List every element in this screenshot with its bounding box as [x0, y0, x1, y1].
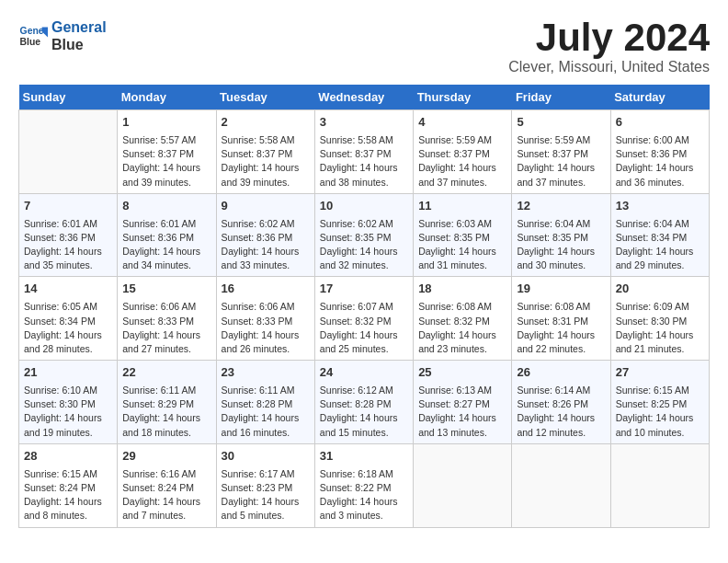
sunset-text: Sunset: 8:31 PM: [517, 316, 588, 327]
day-number: 25: [418, 364, 506, 382]
calendar-cell: 5 Sunrise: 5:59 AM Sunset: 8:37 PM Dayli…: [512, 110, 610, 194]
day-number: 23: [222, 364, 310, 382]
sunrise-text: Sunrise: 6:06 AM: [122, 301, 196, 312]
daylight-text: Daylight: 14 hours and 32 minutes.: [320, 246, 398, 270]
weekday-header: Sunday: [19, 85, 118, 110]
day-number: 20: [616, 281, 704, 298]
sunrise-text: Sunrise: 6:12 AM: [320, 385, 393, 396]
weekday-header: Thursday: [414, 85, 512, 110]
sunset-text: Sunset: 8:32 PM: [418, 316, 490, 327]
weekday-header: Wednesday: [314, 85, 413, 110]
calendar-cell: [19, 110, 118, 194]
calendar-cell: 21 Sunrise: 6:10 AM Sunset: 8:30 PM Dayl…: [19, 361, 118, 444]
day-number: 11: [418, 198, 506, 215]
day-number: 9: [222, 198, 310, 215]
day-number: 30: [222, 448, 310, 465]
sunrise-text: Sunrise: 6:00 AM: [616, 134, 689, 145]
calendar-cell: 25 Sunrise: 6:13 AM Sunset: 8:27 PM Dayl…: [414, 361, 512, 444]
calendar-cell: 19 Sunrise: 6:08 AM Sunset: 8:31 PM Dayl…: [512, 277, 610, 361]
calendar-cell: 26 Sunrise: 6:14 AM Sunset: 8:26 PM Dayl…: [512, 361, 610, 444]
sunset-text: Sunset: 8:26 PM: [517, 398, 588, 409]
day-number: 5: [517, 114, 605, 132]
sunset-text: Sunset: 8:37 PM: [122, 148, 194, 159]
sunset-text: Sunset: 8:35 PM: [320, 232, 392, 243]
sunrise-text: Sunrise: 5:58 AM: [320, 134, 393, 145]
sunset-text: Sunset: 8:29 PM: [122, 398, 194, 409]
sunset-text: Sunset: 8:36 PM: [222, 232, 293, 243]
svg-text:Blue: Blue: [20, 37, 41, 47]
daylight-text: Daylight: 14 hours and 3 minutes.: [320, 496, 398, 521]
logo-text-blue: Blue: [51, 36, 107, 53]
sunset-text: Sunset: 8:24 PM: [122, 482, 194, 493]
calendar-cell: 23 Sunrise: 6:11 AM Sunset: 8:28 PM Dayl…: [216, 361, 314, 444]
day-number: 21: [24, 364, 112, 382]
calendar-cell: 27 Sunrise: 6:15 AM Sunset: 8:25 PM Dayl…: [610, 361, 709, 444]
logo-text-general: General: [51, 18, 107, 36]
daylight-text: Daylight: 14 hours and 35 minutes.: [24, 246, 102, 270]
daylight-text: Daylight: 14 hours and 19 minutes.: [24, 412, 102, 437]
daylight-text: Daylight: 14 hours and 33 minutes.: [222, 246, 300, 270]
day-number: 13: [616, 198, 704, 215]
daylight-text: Daylight: 14 hours and 10 minutes.: [616, 412, 694, 437]
daylight-text: Daylight: 14 hours and 39 minutes.: [222, 162, 300, 187]
daylight-text: Daylight: 14 hours and 27 minutes.: [122, 329, 200, 354]
weekday-header: Friday: [512, 85, 610, 110]
sunrise-text: Sunrise: 6:01 AM: [24, 218, 97, 229]
calendar-cell: 24 Sunrise: 6:12 AM Sunset: 8:28 PM Dayl…: [314, 361, 413, 444]
sunrise-text: Sunrise: 6:15 AM: [616, 385, 689, 396]
daylight-text: Daylight: 14 hours and 36 minutes.: [616, 162, 694, 187]
sunset-text: Sunset: 8:34 PM: [24, 316, 96, 327]
day-number: 12: [517, 198, 605, 215]
sunrise-text: Sunrise: 6:09 AM: [616, 301, 689, 312]
daylight-text: Daylight: 14 hours and 37 minutes.: [418, 162, 496, 187]
sunset-text: Sunset: 8:34 PM: [616, 232, 688, 243]
calendar-cell: 11 Sunrise: 6:03 AM Sunset: 8:35 PM Dayl…: [414, 193, 512, 277]
calendar-cell: 16 Sunrise: 6:06 AM Sunset: 8:33 PM Dayl…: [216, 277, 314, 361]
sunset-text: Sunset: 8:23 PM: [222, 482, 293, 493]
day-number: 24: [320, 364, 408, 382]
calendar-cell: 12 Sunrise: 6:04 AM Sunset: 8:35 PM Dayl…: [512, 193, 610, 277]
page-header: General Blue General Blue July 2024 Clev…: [18, 18, 710, 75]
daylight-text: Daylight: 14 hours and 31 minutes.: [418, 246, 496, 270]
calendar-cell: 8 Sunrise: 6:01 AM Sunset: 8:36 PM Dayli…: [118, 193, 216, 277]
sunset-text: Sunset: 8:35 PM: [517, 232, 588, 243]
sunrise-text: Sunrise: 6:11 AM: [222, 385, 295, 396]
calendar-cell: 20 Sunrise: 6:09 AM Sunset: 8:30 PM Dayl…: [610, 277, 709, 361]
sunset-text: Sunset: 8:37 PM: [517, 148, 588, 159]
calendar-cell: 17 Sunrise: 6:07 AM Sunset: 8:32 PM Dayl…: [314, 277, 413, 361]
calendar-cell: 6 Sunrise: 6:00 AM Sunset: 8:36 PM Dayli…: [610, 110, 709, 194]
sunrise-text: Sunrise: 6:16 AM: [122, 468, 196, 479]
logo-icon: General Blue: [18, 21, 48, 51]
sunset-text: Sunset: 8:36 PM: [616, 148, 688, 159]
sunrise-text: Sunrise: 6:14 AM: [517, 385, 590, 396]
day-number: 28: [24, 448, 112, 465]
calendar-cell: 2 Sunrise: 5:58 AM Sunset: 8:37 PM Dayli…: [216, 110, 314, 194]
day-number: 27: [616, 364, 704, 382]
weekday-header: Saturday: [610, 85, 709, 110]
calendar-cell: [610, 443, 709, 527]
daylight-text: Daylight: 14 hours and 28 minutes.: [24, 329, 102, 354]
daylight-text: Daylight: 14 hours and 37 minutes.: [517, 162, 595, 187]
sunset-text: Sunset: 8:37 PM: [418, 148, 490, 159]
sunrise-text: Sunrise: 6:05 AM: [24, 301, 97, 312]
daylight-text: Daylight: 14 hours and 15 minutes.: [320, 412, 398, 437]
calendar-cell: 1 Sunrise: 5:57 AM Sunset: 8:37 PM Dayli…: [118, 110, 216, 194]
daylight-text: Daylight: 14 hours and 26 minutes.: [222, 329, 300, 354]
calendar-cell: 28 Sunrise: 6:15 AM Sunset: 8:24 PM Dayl…: [19, 443, 118, 527]
day-number: 17: [320, 281, 408, 298]
location-subtitle: Clever, Missouri, United States: [508, 59, 710, 75]
daylight-text: Daylight: 14 hours and 23 minutes.: [418, 329, 496, 354]
sunrise-text: Sunrise: 6:08 AM: [517, 301, 590, 312]
day-number: 7: [24, 198, 112, 215]
day-number: 10: [320, 198, 408, 215]
sunset-text: Sunset: 8:36 PM: [122, 232, 194, 243]
title-area: July 2024 Clever, Missouri, United State…: [508, 18, 710, 75]
calendar-cell: 9 Sunrise: 6:02 AM Sunset: 8:36 PM Dayli…: [216, 193, 314, 277]
day-number: 1: [122, 114, 210, 132]
day-number: 14: [24, 281, 112, 298]
sunset-text: Sunset: 8:32 PM: [320, 316, 392, 327]
sunset-text: Sunset: 8:24 PM: [24, 482, 96, 493]
month-year-title: July 2024: [508, 18, 710, 57]
sunset-text: Sunset: 8:27 PM: [418, 398, 490, 409]
day-number: 16: [222, 281, 310, 298]
